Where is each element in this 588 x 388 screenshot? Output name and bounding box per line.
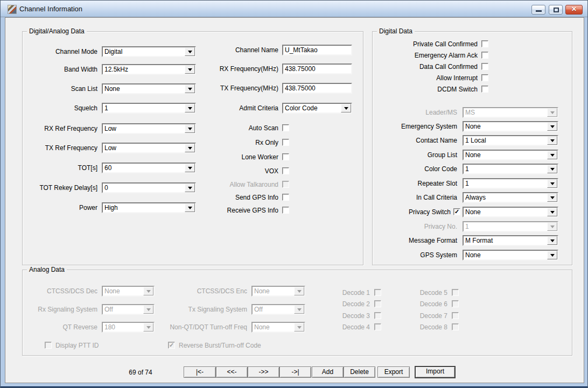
non-qt-dqt-turn-off-freq-combo: None: [251, 322, 305, 333]
nav-next-button[interactable]: ->>: [248, 366, 279, 378]
nav-prev-button[interactable]: <<-: [216, 366, 248, 378]
tot-rekey-delay-dropdown-button[interactable]: [185, 184, 195, 192]
in-call-criteria-label: In Call Criteria: [377, 194, 457, 201]
chevron-down-icon: [188, 51, 192, 53]
power-dropdown-button[interactable]: [185, 203, 195, 212]
chevron-down-icon: [550, 168, 555, 171]
message-format-combo[interactable]: M Format: [463, 235, 558, 246]
emergency-alarm-ack-label: Emergency Alarm Ack: [372, 52, 478, 59]
channel-mode-combo[interactable]: Digital: [102, 46, 196, 57]
message-format-dropdown-button[interactable]: [547, 236, 557, 245]
decode-1-checkbox: [374, 289, 381, 296]
repeater-slot-dropdown-button[interactable]: [547, 179, 557, 188]
group-list-dropdown-button[interactable]: [547, 151, 557, 159]
lone-worker-checkbox[interactable]: [282, 153, 289, 160]
rx-signaling-system-label: Rx Signaling System: [22, 306, 97, 313]
decode-1-label: Decode 1: [323, 289, 370, 297]
rx-ref-frequency-value: Low: [104, 125, 116, 132]
privacy-no-label: Privacy No.: [377, 223, 457, 230]
decode-7-checkbox: [452, 312, 459, 319]
gps-system-combo[interactable]: None: [463, 250, 558, 260]
emergency-system-dropdown-button[interactable]: [547, 122, 557, 131]
chevron-down-icon: [188, 187, 192, 189]
send-gps-info-checkbox[interactable]: [282, 194, 289, 201]
band-width-dropdown-button[interactable]: [185, 65, 195, 74]
squelch-dropdown-button[interactable]: [185, 104, 195, 112]
channel-mode-dropdown-button[interactable]: [185, 47, 195, 56]
repeater-slot-combo[interactable]: 1: [463, 178, 558, 189]
auto-scan-label: Auto Scan: [194, 124, 278, 132]
reverse-burst-turn-off-code-label: Reverse Burst/Turn-off Code: [179, 342, 261, 349]
contact-name-combo[interactable]: 1 Local: [463, 135, 558, 146]
tx-frequency-label: TX Frequency(MHz): [194, 84, 278, 92]
admit-criteria-combo[interactable]: Color Code: [282, 103, 352, 114]
color-code-combo[interactable]: 1: [463, 164, 558, 174]
admit-criteria-dropdown-button[interactable]: [341, 104, 351, 112]
import-button[interactable]: Import: [415, 366, 456, 378]
privacy-switch-dropdown-button[interactable]: [547, 208, 557, 216]
gps-system-dropdown-button[interactable]: [547, 251, 557, 259]
receive-gps-info-checkbox[interactable]: [282, 207, 289, 214]
rx-ref-frequency-combo[interactable]: Low: [102, 123, 196, 134]
tot-rekey-delay-combo[interactable]: 0: [102, 182, 196, 193]
send-gps-info-label: Send GPS Info: [194, 194, 278, 201]
dcdm-switch-checkbox[interactable]: [481, 86, 488, 93]
analog-data-group-title: Analog Data: [27, 266, 67, 274]
window-title: Channel Information: [19, 5, 82, 13]
private-call-confirmed-checkbox[interactable]: [481, 40, 488, 47]
close-icon: ✕: [571, 5, 577, 13]
nav-last-button[interactable]: ->|: [279, 366, 311, 378]
export-button[interactable]: Export: [377, 366, 410, 378]
band-width-value: 12.5kHz: [104, 66, 128, 73]
decode-5-label: Decode 5: [400, 289, 447, 297]
digital-analog-data-group-title: Digital/Analog Data: [27, 27, 87, 36]
minimize-icon: [536, 10, 542, 12]
privacy-switch-combo[interactable]: None: [463, 207, 558, 217]
nav-first-button[interactable]: |<-: [184, 366, 216, 378]
emergency-alarm-ack-checkbox[interactable]: [481, 52, 488, 59]
emergency-system-combo[interactable]: None: [463, 121, 558, 132]
in-call-criteria-combo[interactable]: Always: [463, 192, 558, 203]
channel-name-input[interactable]: [282, 45, 352, 55]
tx-ref-frequency-combo[interactable]: Low: [102, 143, 196, 153]
power-combo[interactable]: High: [102, 202, 196, 213]
auto-scan-checkbox[interactable]: [282, 124, 289, 131]
channel-name-label: Channel Name: [194, 46, 278, 54]
tx-frequency-input[interactable]: [282, 83, 352, 94]
contact-name-dropdown-button[interactable]: [547, 136, 557, 145]
delete-button[interactable]: Delete: [344, 366, 375, 378]
data-call-confirmed-checkbox[interactable]: [481, 63, 488, 70]
rx-only-checkbox[interactable]: [282, 139, 289, 146]
rx-frequency-input[interactable]: [282, 64, 352, 74]
private-call-confirmed-label: Private Call Confirmed: [372, 40, 478, 48]
group-list-value: None: [465, 151, 481, 159]
tx-ref-frequency-dropdown-button[interactable]: [185, 144, 195, 152]
squelch-combo[interactable]: 1: [102, 103, 196, 114]
rx-ref-frequency-dropdown-button[interactable]: [185, 124, 195, 133]
close-button[interactable]: ✕: [565, 5, 583, 15]
in-call-criteria-dropdown-button[interactable]: [547, 193, 557, 202]
scan-list-combo[interactable]: None: [102, 83, 196, 94]
titlebar[interactable]: Channel Information ✕: [1, 1, 587, 17]
maximize-button[interactable]: [549, 5, 563, 15]
privacy-switch-checkbox[interactable]: ✓: [453, 208, 460, 215]
allow-interrupt-checkbox[interactable]: [481, 74, 488, 81]
message-format-value: M Format: [465, 237, 493, 244]
tot-combo[interactable]: 60: [102, 163, 196, 173]
chevron-down-icon: [146, 326, 151, 329]
scan-list-dropdown-button[interactable]: [185, 84, 195, 93]
chevron-down-icon: [188, 167, 192, 170]
power-value: High: [104, 204, 118, 211]
privacy-switch-value: None: [465, 208, 481, 216]
tx-ref-frequency-value: Low: [104, 144, 116, 152]
chevron-down-icon: [550, 211, 555, 214]
add-button[interactable]: Add: [312, 366, 344, 378]
ctcss-dcs-enc-label: CTCSS/DCS Enc: [157, 287, 247, 295]
band-width-combo[interactable]: 12.5kHz: [102, 64, 196, 75]
leader-ms-value: MS: [465, 109, 475, 116]
minimize-button[interactable]: [531, 5, 545, 15]
color-code-dropdown-button[interactable]: [547, 165, 557, 173]
tot-dropdown-button[interactable]: [185, 164, 195, 172]
vox-checkbox[interactable]: [282, 167, 289, 174]
group-list-combo[interactable]: None: [463, 150, 558, 160]
